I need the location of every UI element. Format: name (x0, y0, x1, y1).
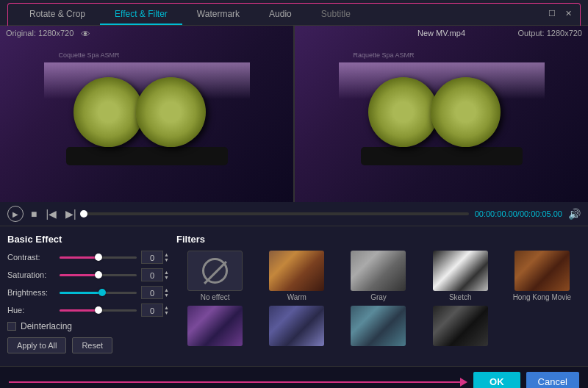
contrast-value-box: 0 ▲ ▼ (141, 251, 169, 264)
filter-warm[interactable]: Warm (258, 251, 335, 301)
filter-r2-4[interactable] (422, 306, 499, 348)
contrast-row: Contrast: 0 ▲ ▼ (7, 251, 169, 264)
arrow-decoration (9, 378, 467, 387)
saturation-value[interactable]: 0 (141, 268, 163, 281)
deinterlacing-row: Deinterlacing (7, 321, 169, 331)
filter-warm-label: Warm (287, 293, 306, 301)
cancel-button[interactable]: Cancel (526, 372, 579, 388)
saturation-label: Saturation: (7, 270, 55, 279)
no-effect-icon (202, 258, 228, 284)
tab-effect-filter[interactable]: Effect & Filter (100, 4, 182, 25)
filters-grid: No effect Warm Gray Sketch Hong Kong Mov… (176, 251, 581, 348)
reset-button[interactable]: Reset (72, 337, 112, 353)
preview-video-right: Raquette Spa ASMR (295, 26, 588, 202)
ok-button[interactable]: OK (473, 372, 520, 388)
action-bar: OK Cancel (0, 366, 588, 388)
arrow-head-icon (460, 378, 467, 387)
watermark-left: Coquette Spa ASMR (59, 51, 120, 59)
apply-to-all-button[interactable]: Apply to All (7, 337, 66, 353)
tab-watermark[interactable]: Watermark (182, 4, 254, 25)
hue-spinner[interactable]: ▲ ▼ (164, 305, 169, 315)
filter-no-effect-thumb (187, 251, 243, 291)
preview-panel-output: New MV.mp4 Output: 1280x720 Raquette Spa… (295, 26, 588, 202)
filter-sketch-thumb (433, 251, 488, 291)
window-controls: ☐ ✕ (547, 8, 573, 21)
filter-r2-1-thumb (187, 306, 243, 346)
hue-slider[interactable] (60, 309, 137, 312)
hue-value[interactable]: 0 (141, 303, 163, 317)
tab-audio[interactable]: Audio (254, 4, 306, 25)
progress-track[interactable] (84, 212, 469, 215)
progress-thumb[interactable] (80, 210, 87, 218)
output-label: Output: 1280x720 (518, 29, 582, 37)
tab-subtitle[interactable]: Subtitle (306, 4, 365, 25)
play-button[interactable]: ▶ (7, 206, 24, 222)
saturation-up[interactable]: ▲ (164, 270, 169, 275)
filter-no-effect-label: No effect (201, 293, 230, 301)
filter-hk-label: Hong Kong Movie (513, 293, 572, 301)
brightness-up[interactable]: ▲ (164, 287, 169, 292)
contrast-spinner[interactable]: ▲ ▼ (164, 252, 169, 262)
eye-icon[interactable]: 👁 (81, 29, 90, 40)
contrast-value[interactable]: 0 (141, 251, 163, 264)
close-button[interactable]: ✕ (563, 8, 573, 18)
filter-r2-3-thumb (351, 306, 406, 346)
saturation-down[interactable]: ▼ (164, 275, 169, 280)
saturation-spinner[interactable]: ▲ ▼ (164, 270, 169, 280)
arrow-line (9, 381, 460, 383)
filter-hk-movie[interactable]: Hong Kong Movie (503, 251, 581, 301)
next-frame-button[interactable]: ▶| (64, 208, 78, 220)
brightness-spinner[interactable]: ▲ ▼ (164, 287, 169, 298)
basic-effect-title: Basic Effect (7, 234, 169, 245)
prev-frame-button[interactable]: |◀ (44, 208, 58, 220)
hue-row: Hue: 0 ▲ ▼ (7, 303, 169, 317)
contrast-up[interactable]: ▲ (164, 252, 169, 257)
hue-down[interactable]: ▼ (164, 310, 169, 315)
filter-r2-1[interactable] (176, 306, 254, 348)
brightness-value[interactable]: 0 (141, 286, 163, 299)
volume-icon[interactable]: 🔊 (568, 208, 581, 220)
hue-value-box: 0 ▲ ▼ (141, 303, 169, 317)
brightness-down[interactable]: ▼ (164, 292, 169, 298)
original-label: Original: 1280x720 (6, 29, 74, 37)
contrast-slider[interactable] (60, 256, 137, 259)
effect-btn-row: Apply to All Reset (7, 337, 169, 353)
stop-button[interactable]: ■ (29, 208, 38, 220)
brightness-value-box: 0 ▲ ▼ (141, 286, 169, 299)
contrast-fill (60, 256, 98, 259)
filter-sketch[interactable]: Sketch (422, 251, 499, 301)
filter-warm-thumb (269, 251, 324, 291)
saturation-value-box: 0 ▲ ▼ (141, 268, 169, 281)
preview-panel-original: Original: 1280x720 👁 Coquette Spa ASMR (0, 26, 293, 202)
saturation-thumb[interactable] (95, 271, 102, 279)
hue-thumb[interactable] (95, 306, 102, 314)
filters-title: Filters (176, 234, 581, 245)
filter-gray[interactable]: Gray (340, 251, 417, 301)
brightness-label: Brightness: (7, 288, 55, 297)
brightness-slider[interactable] (60, 292, 137, 294)
filter-r2-3[interactable] (340, 306, 417, 348)
hue-up[interactable]: ▲ (164, 305, 169, 310)
deinterlacing-label: Deinterlacing (21, 321, 72, 331)
brightness-row: Brightness: 0 ▲ ▼ (7, 286, 169, 299)
contrast-down[interactable]: ▼ (164, 257, 169, 262)
preview-video-left: Coquette Spa ASMR (0, 26, 293, 202)
filter-gray-label: Gray (370, 293, 387, 301)
effect-panel: Basic Effect Contrast: 0 ▲ ▼ Saturation: (7, 234, 169, 359)
contrast-thumb[interactable] (95, 254, 102, 261)
filter-r2-2-thumb (269, 306, 324, 346)
minimize-button[interactable]: ☐ (547, 8, 557, 18)
preview-area: Original: 1280x720 👁 Coquette Spa ASMR N… (0, 26, 588, 202)
filter-hk-thumb (514, 251, 570, 291)
time-display: 00:00:00.00/00:00:05.00 (475, 209, 562, 218)
saturation-slider[interactable] (60, 274, 137, 276)
filter-no-effect[interactable]: No effect (176, 251, 254, 301)
brightness-thumb[interactable] (98, 289, 106, 296)
tab-rotate-crop[interactable]: Rotate & Crop (15, 4, 100, 25)
contrast-label: Contrast: (7, 253, 55, 262)
saturation-row: Saturation: 0 ▲ ▼ (7, 268, 169, 281)
filter-sketch-label: Sketch (449, 293, 472, 301)
filters-panel: Filters No effect Warm Gray (176, 234, 581, 359)
filter-r2-2[interactable] (258, 306, 335, 348)
deinterlacing-checkbox[interactable] (7, 322, 16, 331)
